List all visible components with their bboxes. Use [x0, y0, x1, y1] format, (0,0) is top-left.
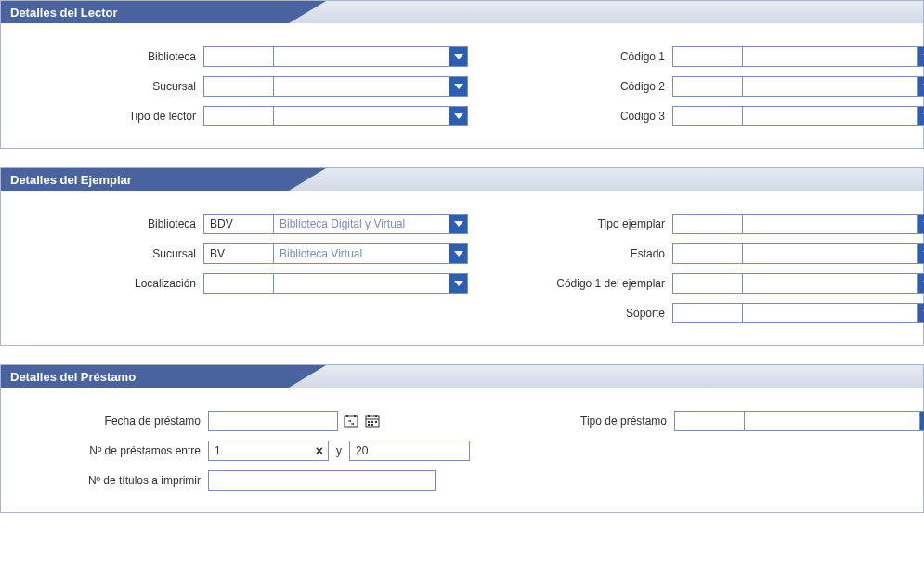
- item-tipo-combo[interactable]: [672, 214, 924, 234]
- item-panel-title: Detalles del Ejemplar: [1, 173, 132, 187]
- reader-sucursal-label: Sucursal: [18, 80, 203, 93]
- reader-tipo-dropdown[interactable]: [449, 107, 467, 125]
- svg-rect-17: [368, 415, 370, 417]
- loan-panel-title: Detalles del Préstamo: [1, 370, 136, 384]
- item-tipo-dropdown[interactable]: [917, 215, 924, 233]
- item-soporte-dropdown[interactable]: [917, 304, 924, 322]
- reader-cod2-desc: [743, 77, 917, 96]
- item-biblioteca-label: Biblioteca: [18, 217, 203, 230]
- item-biblioteca-dropdown[interactable]: [449, 215, 467, 233]
- loan-date-input[interactable]: [208, 411, 338, 431]
- reader-tipo-label: Tipo de lector: [18, 110, 203, 123]
- chevron-down-icon: [454, 113, 463, 119]
- date-range-icon[interactable]: [343, 413, 359, 429]
- item-cod1-combo[interactable]: [672, 273, 924, 294]
- svg-marker-8: [454, 281, 463, 286]
- svg-rect-24: [371, 424, 373, 426]
- svg-rect-22: [375, 421, 377, 423]
- reader-cod3-label: Código 3: [487, 110, 672, 123]
- item-biblioteca-code[interactable]: BDV: [204, 215, 274, 233]
- reader-cod3-dropdown[interactable]: [917, 107, 924, 125]
- loan-between-label: Nº de préstamos entre: [18, 444, 208, 457]
- item-tipo-desc: [743, 215, 917, 233]
- item-sucursal-combo[interactable]: BV Biblioteca Virtual: [203, 243, 468, 264]
- reader-cod1-desc: [743, 47, 917, 66]
- loan-titles-input[interactable]: [208, 470, 436, 491]
- loan-between-to-input[interactable]: [349, 441, 470, 461]
- reader-biblioteca-desc: [274, 47, 449, 66]
- item-localizacion-combo[interactable]: [203, 273, 468, 294]
- item-biblioteca-combo[interactable]: BDV Biblioteca Digital y Virtual: [203, 214, 468, 234]
- loan-between-from-input[interactable]: [208, 441, 329, 461]
- reader-biblioteca-combo[interactable]: [203, 46, 468, 67]
- item-sucursal-code[interactable]: BV: [204, 244, 274, 263]
- svg-rect-18: [375, 415, 377, 417]
- reader-biblioteca-label: Biblioteca: [18, 50, 203, 63]
- item-soporte-combo[interactable]: [672, 303, 924, 323]
- reader-cod2-dropdown[interactable]: [917, 77, 924, 96]
- reader-cod2-combo[interactable]: [672, 76, 924, 97]
- item-estado-label: Estado: [487, 247, 672, 260]
- item-estado-code[interactable]: [673, 244, 743, 263]
- svg-rect-21: [371, 421, 373, 423]
- reader-biblioteca-code[interactable]: [204, 47, 274, 66]
- reader-tipo-combo[interactable]: [203, 106, 468, 126]
- item-cod1-desc: [743, 274, 917, 293]
- item-panel: Detalles del Ejemplar Biblioteca BDV Bib…: [0, 167, 924, 346]
- calendar-icon[interactable]: [364, 413, 381, 429]
- loan-type-code[interactable]: [675, 412, 745, 430]
- loan-titles-label: Nº de títulos a imprimir: [18, 474, 208, 487]
- reader-cod3-desc: [743, 107, 917, 125]
- reader-cod3-combo[interactable]: [672, 106, 924, 126]
- loan-type-dropdown[interactable]: [919, 412, 924, 430]
- reader-tipo-code[interactable]: [204, 107, 274, 125]
- item-cod1-code[interactable]: [673, 274, 743, 293]
- item-estado-dropdown[interactable]: [917, 244, 924, 263]
- reader-cod1-label: Código 1: [487, 50, 672, 63]
- reader-cod3-code[interactable]: [673, 107, 743, 125]
- svg-rect-14: [346, 415, 348, 417]
- item-estado-combo[interactable]: [672, 243, 924, 264]
- loan-between-and-label: y: [329, 444, 349, 457]
- item-sucursal-dropdown[interactable]: [449, 244, 467, 263]
- svg-rect-15: [354, 415, 356, 417]
- chevron-down-icon: [454, 221, 463, 227]
- reader-sucursal-dropdown[interactable]: [449, 77, 467, 96]
- reader-tipo-desc: [274, 107, 449, 125]
- item-cod1-dropdown[interactable]: [917, 274, 924, 293]
- svg-rect-23: [368, 424, 370, 426]
- svg-marker-6: [454, 221, 463, 227]
- item-soporte-desc: [743, 304, 917, 322]
- chevron-down-icon: [454, 251, 463, 257]
- reader-sucursal-combo[interactable]: [203, 76, 468, 97]
- svg-marker-0: [454, 54, 463, 59]
- item-sucursal-desc: Biblioteca Virtual: [274, 244, 449, 263]
- loan-panel-header: Detalles del Préstamo: [1, 365, 923, 388]
- reader-panel: Detalles del Lector Biblioteca Sucurs: [0, 0, 924, 149]
- reader-sucursal-code[interactable]: [204, 77, 274, 96]
- loan-type-desc: [745, 412, 919, 430]
- loan-type-combo[interactable]: [674, 411, 924, 431]
- clear-icon[interactable]: ×: [316, 443, 323, 458]
- reader-cod1-combo[interactable]: [672, 46, 924, 67]
- item-sucursal-label: Sucursal: [18, 247, 203, 260]
- svg-marker-7: [454, 251, 463, 257]
- item-tipo-code[interactable]: [673, 215, 743, 233]
- loan-type-label: Tipo de préstamo: [488, 415, 674, 428]
- item-soporte-label: Soporte: [487, 307, 672, 320]
- loan-panel: Detalles del Préstamo Fecha de préstamo: [0, 364, 924, 513]
- svg-marker-1: [454, 84, 463, 89]
- reader-cod2-label: Código 2: [487, 80, 672, 93]
- item-soporte-code[interactable]: [673, 304, 743, 322]
- reader-cod2-code[interactable]: [673, 77, 743, 96]
- item-localizacion-dropdown[interactable]: [449, 274, 467, 293]
- reader-biblioteca-dropdown[interactable]: [449, 47, 467, 66]
- chevron-down-icon: [454, 54, 463, 59]
- loan-date-label: Fecha de préstamo: [18, 415, 208, 428]
- item-tipo-label: Tipo ejemplar: [487, 217, 672, 230]
- chevron-down-icon: [454, 84, 463, 89]
- reader-cod1-dropdown[interactable]: [917, 47, 924, 66]
- reader-cod1-code[interactable]: [673, 47, 743, 66]
- chevron-down-icon: [454, 281, 463, 286]
- item-localizacion-code[interactable]: [204, 274, 274, 293]
